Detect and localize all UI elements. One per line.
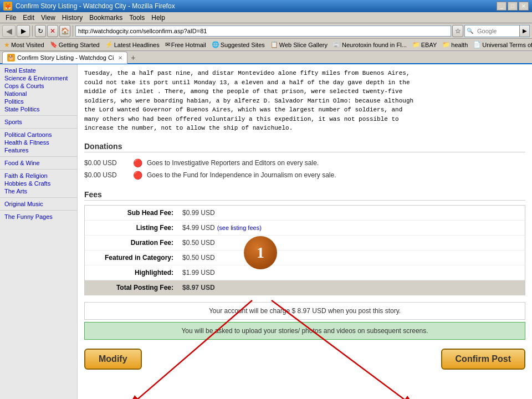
sidebar-item-the-arts[interactable]: The Arts: [0, 187, 77, 195]
sidebar-item-real-estate[interactable]: Real Estate: [0, 66, 77, 74]
search-input[interactable]: [475, 25, 519, 37]
fee-label-duration: Duration Fee:: [94, 239, 182, 247]
menu-bookmarks[interactable]: Bookmarks: [86, 13, 126, 23]
bookmark-getting-started[interactable]: 🔖 Getting Started: [48, 40, 101, 49]
page-icon: 🌐: [212, 41, 219, 48]
bookmark-ebay[interactable]: 📁 EBAY: [411, 40, 439, 49]
sidebar-divider: [0, 115, 77, 116]
sidebar-item-food-wine[interactable]: Food & Wine: [0, 159, 77, 167]
sidebar-item-politics[interactable]: Politics: [0, 98, 77, 105]
tab-title: Confirm Story Listing - Watchdog Ci: [17, 54, 114, 61]
sidebar-item-health-fitness[interactable]: Health & Fitness: [0, 139, 77, 146]
address-input[interactable]: [75, 25, 451, 37]
folder-icon: 📁: [442, 41, 450, 48]
donation-amount-2: $0.00 USD: [84, 171, 129, 179]
bookmark-suggested-sites[interactable]: 🌐 Suggested Sites: [210, 40, 267, 49]
sidebar-item-funny-pages[interactable]: The Funny Pages: [0, 213, 77, 221]
donation-amount-1: $0.00 USD: [84, 159, 129, 167]
tab-confirm-story[interactable]: 🐕 Confirm Story Listing - Watchdog Ci ✕: [2, 52, 127, 64]
maximize-button[interactable]: □: [508, 2, 518, 11]
donation-desc-2: Goes to the Fund for Independence in Jou…: [147, 171, 336, 179]
new-tab-button[interactable]: +: [127, 52, 139, 63]
fees-container: Sub Head Fee: $0.99 USD Listing Fee: $4.…: [84, 205, 525, 295]
main-content: Tuesday, the a half past nine, and dista…: [78, 64, 532, 399]
sidebar-item-original-music[interactable]: Original Music: [0, 200, 77, 208]
tab-favicon: 🐕: [7, 54, 15, 62]
search-wrapper: 🔍 ▶: [464, 25, 530, 37]
fee-value-featured: $0.50 USD: [182, 254, 215, 262]
listing-fees-link[interactable]: (see listing fees): [217, 224, 262, 231]
confirm-post-button[interactable]: Confirm Post: [441, 349, 525, 370]
fee-row-listing: Listing Fee: $4.99 USD (see listing fees…: [85, 221, 525, 236]
menu-view[interactable]: View: [38, 13, 59, 23]
page-wrapper: Real Estate Science & Environment Cops &…: [0, 64, 532, 399]
browser-icon: 🦊: [3, 2, 12, 11]
upload-text: You will be asked to upload your stories…: [181, 327, 428, 335]
menu-edit[interactable]: Edit: [19, 13, 38, 23]
sidebar-item-political-cartoons[interactable]: Political Cartoons: [0, 131, 77, 139]
page-icon: 📰: [333, 41, 341, 48]
donations-title: Donations: [84, 142, 525, 152]
donation-row-2: $0.00 USD 🔴 Goes to the Fund for Indepen…: [84, 169, 525, 181]
bookmark-star[interactable]: ☆: [452, 25, 463, 37]
minimize-button[interactable]: _: [497, 2, 507, 11]
bookmark-label: EBAY: [421, 42, 437, 48]
sidebar-item-national[interactable]: National: [0, 90, 77, 98]
bookmarks-bar: ★ Most Visited 🔖 Getting Started ⚡ Lates…: [0, 39, 532, 51]
fee-label-featured: Featured in Category:: [94, 254, 182, 262]
bookmark-most-visited[interactable]: ★ Most Visited: [2, 40, 46, 49]
sidebar-item-cops-courts[interactable]: Cops & Courts: [0, 82, 77, 90]
tab-close-button[interactable]: ✕: [118, 55, 122, 61]
menu-help[interactable]: Help: [148, 13, 168, 23]
bookmark-universal-terms[interactable]: 📄 Universal Terms of: [472, 40, 532, 49]
sidebar-item-sports[interactable]: Sports: [0, 118, 77, 126]
sidebar-divider: [0, 169, 77, 170]
close-button[interactable]: ✕: [519, 2, 529, 11]
sidebar: Real Estate Science & Environment Cops &…: [0, 64, 78, 399]
bookmark-label: Latest Headlines: [114, 42, 160, 48]
sidebar-item-features[interactable]: Features: [0, 146, 77, 154]
sidebar-item-faith-religion[interactable]: Faith & Religion: [0, 172, 77, 180]
bookmark-web-slice[interactable]: 📋 Web Slice Gallery: [269, 40, 329, 49]
hotmail-icon: ✉: [165, 41, 170, 48]
bookmark-neurotoxin[interactable]: 📰 Neurotoxin found in Fl...: [331, 40, 408, 49]
donation-icon-2: 🔴: [133, 171, 142, 180]
fee-row-featured: Featured in Category: $0.50 USD: [85, 250, 525, 265]
sidebar-divider: [0, 210, 77, 211]
folder-icon: 📁: [412, 41, 420, 48]
bookmark-health[interactable]: 📁 health: [441, 40, 469, 49]
toolbar: ◀ ▶ ↻ ✕ 🏠 ☆ 🔍 ▶: [0, 23, 532, 39]
menu-history[interactable]: History: [59, 13, 86, 23]
upload-notice: You will be asked to upload your stories…: [84, 322, 525, 340]
menu-bar: File Edit View History Bookmarks Tools H…: [0, 12, 532, 23]
bookmark-label: Universal Terms of: [482, 42, 532, 48]
window-controls: _ □ ✕: [497, 2, 529, 11]
modify-button[interactable]: Modify: [84, 349, 142, 370]
home-button[interactable]: 🏠: [59, 25, 70, 37]
bookmark-label: Free Hotmail: [171, 42, 206, 48]
fee-label-highlighted: Highlighted:: [94, 269, 182, 277]
bookmark-latest-headlines[interactable]: ⚡ Latest Headlines: [104, 40, 161, 49]
forward-button[interactable]: ▶: [17, 25, 30, 37]
stop-button[interactable]: ✕: [47, 25, 58, 37]
article-text: Tuesday, the a half past nine, and dista…: [84, 69, 525, 133]
page-content: Real Estate Science & Environment Cops &…: [0, 64, 532, 399]
fee-value-highlighted: $1.99 USD: [182, 269, 215, 277]
bookmark-label: Getting Started: [59, 42, 100, 48]
fee-label-total: Total Posting Fee:: [94, 284, 182, 291]
action-buttons: Modify Confirm Post: [84, 346, 525, 372]
fee-value-duration: $0.50 USD: [182, 239, 215, 247]
bookmark-label: Suggested Sites: [221, 42, 265, 48]
search-go-button[interactable]: ▶: [519, 25, 529, 37]
refresh-button[interactable]: ↻: [35, 25, 46, 37]
tab-bar: 🐕 Confirm Story Listing - Watchdog Ci ✕ …: [0, 51, 532, 64]
menu-tools[interactable]: Tools: [126, 13, 148, 23]
sidebar-item-state-politics[interactable]: State Politics: [0, 105, 77, 113]
page-icon: 📄: [473, 41, 481, 48]
sidebar-item-science[interactable]: Science & Environment: [0, 74, 77, 82]
back-button[interactable]: ◀: [2, 25, 16, 37]
sidebar-item-hobbies-crafts[interactable]: Hobbies & Crafts: [0, 180, 77, 187]
bookmark-free-hotmail[interactable]: ✉ Free Hotmail: [163, 40, 208, 49]
fee-row-duration: Duration Fee: $0.50 USD: [85, 236, 525, 250]
menu-file[interactable]: File: [2, 13, 19, 23]
